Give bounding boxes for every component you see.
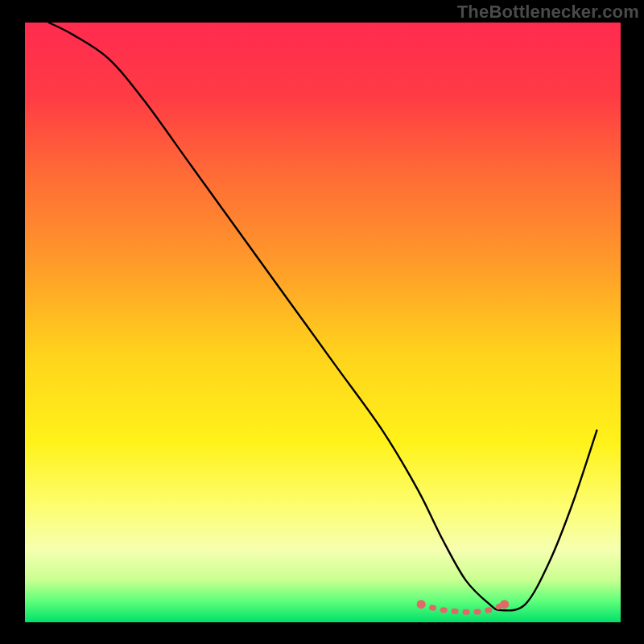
plot-background xyxy=(25,23,621,622)
watermark-text: TheBottlenecker.com xyxy=(457,2,639,23)
svg-point-1 xyxy=(500,600,509,609)
svg-point-0 xyxy=(417,600,426,609)
bottleneck-chart xyxy=(0,0,644,644)
chart-frame: TheBottlenecker.com xyxy=(0,0,644,644)
